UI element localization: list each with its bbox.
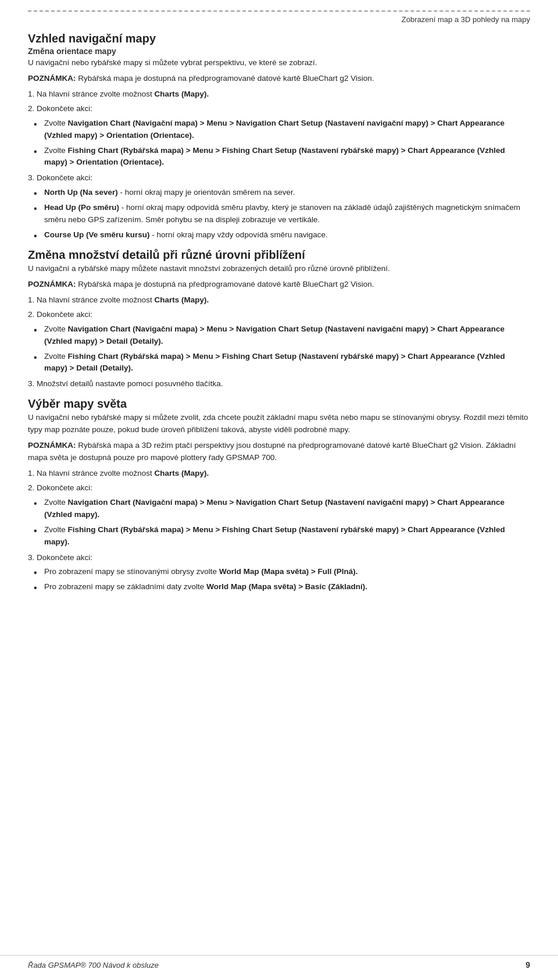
note2-label: POZNÁMKA: bbox=[28, 280, 76, 288]
section2-note1: POZNÁMKA: Rybářská mapa je dostupná na p… bbox=[28, 279, 530, 291]
s2-bullet2-bold: Fishing Chart (Rybářská mapa) > Menu > F… bbox=[44, 352, 505, 373]
s2-bullet1-bold: Navigation Chart (Navigační mapa) > Menu… bbox=[44, 325, 505, 345]
section3-intro: U navigační nebo rybářské mapy si můžete… bbox=[28, 412, 530, 436]
section3: Výběr mapy světa U navigační nebo rybářs… bbox=[28, 397, 530, 593]
list-item: Zvolte Fishing Chart (Rybářská mapa) > M… bbox=[28, 524, 530, 548]
list-item: North Up (Na sever) - horní okraj mapy j… bbox=[28, 187, 530, 199]
s3-bullet4-bold: World Map (Mapa světa) > Basic (Základní… bbox=[206, 582, 367, 591]
section3-note1: POZNÁMKA: Rybářská mapa a 3D režim ptačí… bbox=[28, 440, 530, 464]
section2: Změna množství detailů při různé úrovni … bbox=[28, 248, 530, 390]
s3-bullet3-bold: World Map (Mapa světa) > Full (Plná). bbox=[219, 567, 358, 576]
section1-step1: 1. Na hlavní stránce zvolte možnost Char… bbox=[28, 88, 530, 101]
s3-step1-pre: 1. Na hlavní stránce zvolte možnost bbox=[28, 469, 155, 477]
section1-bullets2: North Up (Na sever) - horní okraj mapy j… bbox=[28, 187, 530, 241]
section3-bullets1: Zvolte Navigation Chart (Navigační mapa)… bbox=[28, 497, 530, 548]
section1-subtitle: Změna orientace mapy bbox=[28, 47, 530, 56]
step1-bold: Charts (Mapy). bbox=[155, 90, 209, 98]
bullet5-text: - horní okraj mapy vždy odpovídá směru n… bbox=[150, 230, 328, 239]
bullet1-pre: Zvolte bbox=[44, 119, 68, 127]
section1-note1: POZNÁMKA: Rybářská mapa je dostupná na p… bbox=[28, 73, 530, 85]
note1-text: Rybářská mapa je dostupná na předprogram… bbox=[76, 74, 374, 83]
section3-bullets2: Pro zobrazení mapy se stínovanými obrysy… bbox=[28, 566, 530, 593]
bullet3-bold: North Up (Na sever) bbox=[44, 188, 118, 197]
section1-bullets1: Zvolte Navigation Chart (Navigační mapa)… bbox=[28, 117, 530, 169]
section1-step3: 3. Dokončete akci: bbox=[28, 172, 530, 184]
list-item: Head Up (Po směru) - horní okraj mapy od… bbox=[28, 202, 530, 226]
page-wrapper: Zobrazení map a 3D pohledy na mapy Vzhle… bbox=[0, 0, 558, 632]
list-item: Zvolte Fishing Chart (Rybářská mapa) > M… bbox=[28, 351, 530, 375]
s2-bullet2-pre: Zvolte bbox=[44, 352, 68, 361]
section1: Vzhled navigační mapy Změna orientace ma… bbox=[28, 32, 530, 241]
note3-text: Rybářská mapa a 3D režim ptačí perspekti… bbox=[28, 441, 516, 462]
section1-title: Vzhled navigační mapy bbox=[28, 32, 530, 45]
s3-step1-bold: Charts (Mapy). bbox=[155, 469, 209, 477]
s2-step1-bold: Charts (Mapy). bbox=[155, 295, 209, 304]
note3-label: POZNÁMKA: bbox=[28, 441, 76, 450]
section1-intro: U navigační nebo rybářské mapy si můžete… bbox=[28, 57, 530, 69]
section2-bullets1: Zvolte Navigation Chart (Navigační mapa)… bbox=[28, 323, 530, 375]
s3-bullet2-pre: Zvolte bbox=[44, 525, 68, 534]
section3-step3: 3. Dokončete akci: bbox=[28, 552, 530, 564]
s3-bullet1-bold: Navigation Chart (Navigační mapa) > Menu… bbox=[44, 498, 505, 519]
note1-label: POZNÁMKA: bbox=[28, 74, 76, 83]
s3-bullet4-pre: Pro zobrazení mapy se základními daty zv… bbox=[44, 582, 206, 591]
header-title: Zobrazení map a 3D pohledy na mapy bbox=[402, 15, 530, 24]
bullet2-pre: Zvolte bbox=[44, 146, 68, 155]
s3-bullet1-pre: Zvolte bbox=[44, 498, 68, 507]
s2-step1-pre: 1. Na hlavní stránce zvolte možnost bbox=[28, 295, 155, 304]
list-item: Course Up (Ve směru kursu) - horní okraj… bbox=[28, 229, 530, 241]
footer-right: 9 bbox=[525, 960, 530, 970]
section3-step1: 1. Na hlavní stránce zvolte možnost Char… bbox=[28, 468, 530, 480]
page-number: 9 bbox=[525, 960, 530, 970]
bullet5-bold: Course Up (Ve směru kursu) bbox=[44, 230, 150, 239]
bullet3-text: - horní okraj mapy je orientován směrem … bbox=[118, 188, 295, 197]
note2-text: Rybářská mapa je dostupná na předprogram… bbox=[76, 280, 374, 288]
section1-step2: 2. Dokončete akci: bbox=[28, 103, 530, 115]
section3-title: Výběr mapy světa bbox=[28, 397, 530, 411]
section2-step1: 1. Na hlavní stránce zvolte možnost Char… bbox=[28, 294, 530, 307]
s3-bullet2-bold: Fishing Chart (Rybářská mapa) > Menu > F… bbox=[44, 525, 505, 546]
s2-bullet1-pre: Zvolte bbox=[44, 325, 68, 333]
list-item: Zvolte Navigation Chart (Navigační mapa)… bbox=[28, 117, 530, 142]
list-item: Zvolte Fishing Chart (Rybářská mapa) > M… bbox=[28, 145, 530, 169]
list-item: Pro zobrazení mapy se základními daty zv… bbox=[28, 581, 530, 593]
bullet1-bold: Navigation Chart (Navigační mapa) > Menu… bbox=[44, 119, 505, 140]
top-header: Zobrazení map a 3D pohledy na mapy bbox=[28, 10, 530, 24]
list-item: Zvolte Navigation Chart (Navigační mapa)… bbox=[28, 497, 530, 521]
bullet4-bold: Head Up (Po směru) bbox=[44, 203, 119, 212]
section2-title: Změna množství detailů při různé úrovni … bbox=[28, 248, 530, 262]
footer-left: Řada GPSMAP® 700 Návod k obsluze bbox=[28, 961, 159, 970]
footer-left-text: Řada GPSMAP® 700 Návod k obsluze bbox=[28, 961, 159, 970]
list-item: Zvolte Navigation Chart (Navigační mapa)… bbox=[28, 323, 530, 348]
section3-step2: 2. Dokončete akci: bbox=[28, 482, 530, 494]
list-item: Pro zobrazení mapy se stínovanými obrysy… bbox=[28, 566, 530, 578]
section2-step3: 3. Množství detailů nastavte pomocí posu… bbox=[28, 378, 530, 390]
section2-intro: U navigační a rybářské mapy můžete nasta… bbox=[28, 263, 530, 275]
bullet2-bold: Fishing Chart (Rybářská mapa) > Menu > F… bbox=[44, 146, 505, 167]
step1-pre: 1. Na hlavní stránce zvolte možnost bbox=[28, 90, 155, 98]
page-footer: Řada GPSMAP® 700 Návod k obsluze 9 bbox=[0, 955, 558, 970]
s3-bullet3-pre: Pro zobrazení mapy se stínovanými obrysy… bbox=[44, 567, 219, 576]
section2-step2: 2. Dokončete akci: bbox=[28, 309, 530, 321]
